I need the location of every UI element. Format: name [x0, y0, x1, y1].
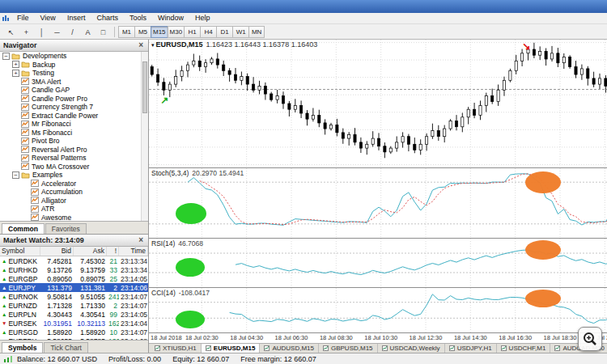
- market-watch-header: SymbolBidAsk!Time: [0, 247, 148, 256]
- tab-symbols[interactable]: Symbols: [2, 342, 43, 353]
- cci-plot[interactable]: CCI(14)-108.0417: [149, 288, 607, 332]
- zoom-icon[interactable]: [578, 327, 602, 351]
- menu-help[interactable]: Help: [189, 13, 216, 23]
- ask-value: 1.71330: [74, 302, 107, 310]
- rsi-panel[interactable]: RSI(14)46.7068 30.000070.000046.7068: [149, 238, 607, 287]
- vertical-line-tool-icon[interactable]: │: [35, 26, 49, 38]
- tree-item-accumulation[interactable]: Accumulation: [0, 188, 148, 197]
- left-panel-column: Navigator × −Developments+Backup+Testing…: [0, 40, 149, 353]
- menu-window[interactable]: Window: [152, 13, 189, 23]
- ask-value: 131.381: [74, 284, 107, 292]
- tree-item-candle-gap[interactable]: Candle GAP: [0, 86, 148, 95]
- tree-item-reversal-alert-pro[interactable]: Reversal Alert Pro: [0, 146, 148, 154]
- tree-item-mr-fibonacci[interactable]: Mr Fibonacci: [0, 120, 148, 129]
- rsi-plot[interactable]: RSI(14)46.7068: [149, 239, 607, 287]
- tab-favorites[interactable]: Favorites: [45, 223, 87, 234]
- tree-item-backup[interactable]: +Backup: [0, 61, 148, 70]
- spread-value: 2: [107, 284, 119, 292]
- chart-tab-usdchf-m1[interactable]: USDCHF,M1: [497, 344, 551, 353]
- navigator-scrollbar[interactable]: [141, 52, 148, 221]
- symbol-name: EURNZD: [8, 302, 36, 310]
- tree-item-ms-fibonacci[interactable]: Ms Fibonacci: [0, 129, 148, 138]
- tree-item-accelerator[interactable]: Accelerator: [0, 180, 148, 188]
- menu-view[interactable]: View: [35, 13, 62, 23]
- tree-item-alligator[interactable]: Alligator: [0, 197, 148, 205]
- tree-item-awesome[interactable]: Awesome: [0, 214, 148, 222]
- chart-tab-label: GBPUSD,M15: [331, 345, 373, 352]
- menu-file[interactable]: File: [11, 13, 35, 23]
- market-watch-row-eursek[interactable]: ▼EURSEK10.3195110.3211316223:14:04: [0, 319, 148, 328]
- timeframe-m30[interactable]: M30: [168, 26, 185, 38]
- market-watch-row-eurdkk[interactable]: ▲EURDKK7.452817.453022123:13:34: [0, 256, 148, 265]
- expand-icon[interactable]: +: [12, 61, 19, 68]
- column-header-spread: !: [107, 247, 119, 256]
- tree-item-extract-candle-power[interactable]: Extract Candle Power: [0, 112, 148, 121]
- tree-item-label: Currency Strength 7: [32, 103, 93, 112]
- ask-value: 7.45302: [74, 257, 107, 265]
- tab-tick-chart[interactable]: Tick Chart: [44, 342, 87, 353]
- menu-insert[interactable]: Insert: [62, 13, 91, 23]
- market-watch-row-eursgd[interactable]: ▲EURSGD1.589201.589201023:14:07: [0, 328, 148, 336]
- collapse-icon[interactable]: −: [2, 53, 10, 60]
- stochastic-values: 20.2970 15.4941: [192, 169, 244, 177]
- time-axis: 18 Jul 201818 Jul 02:3018 Jul 04:3018 Ju…: [149, 332, 607, 343]
- timeframe-h4[interactable]: H4: [200, 26, 216, 38]
- timeframe-mn[interactable]: MN: [248, 26, 265, 38]
- horizontal-line-tool-icon[interactable]: ─: [50, 26, 64, 38]
- trendline-tool-icon[interactable]: /: [66, 26, 79, 38]
- text-tool-icon[interactable]: A: [81, 26, 95, 38]
- main-chart-panel[interactable]: ▾EURUSD,M151.16423 1.16443 1.16378 1.164…: [149, 40, 607, 167]
- menu-bar: FileViewInsertChartsToolsWindowHelp: [0, 13, 607, 24]
- cci-panel[interactable]: CCI(14)-108.0417 -100.0000100.0000-108.0…: [149, 287, 607, 332]
- market-watch-row-eurnzd[interactable]: ▲EURNZD1.713281.71330223:14:07: [0, 301, 148, 310]
- timeframe-w1[interactable]: W1: [232, 26, 248, 38]
- tree-item-candle-power-pro[interactable]: Candle Power Pro: [0, 95, 148, 104]
- timeframe-m1[interactable]: M1: [118, 26, 134, 38]
- chart-tab-eurusd-m15[interactable]: EURUSD,M15: [202, 344, 261, 353]
- tree-item-pivot-bro[interactable]: Pivot Bro: [0, 137, 148, 146]
- timeframe-m5[interactable]: M5: [134, 26, 151, 38]
- tree-item-examples[interactable]: −Examples: [0, 171, 148, 180]
- navigator-tree: −Developments+Backup+Testing3MA AlertCan…: [0, 52, 148, 221]
- chart-tab-usdcad-weekly[interactable]: USDCAD,Weekly: [378, 344, 445, 353]
- main-chart-plot[interactable]: ▾EURUSD,M151.16423 1.16443 1.16378 1.164…: [149, 40, 607, 167]
- title-bar[interactable]: [0, 0, 607, 13]
- tree-item-testing[interactable]: +Testing: [0, 69, 148, 78]
- shapes-tool-icon[interactable]: □: [96, 26, 110, 38]
- tree-item-3ma-alert[interactable]: 3MA Alert: [0, 78, 148, 87]
- close-icon[interactable]: ×: [137, 236, 145, 244]
- crosshair-tool-icon[interactable]: +: [19, 26, 33, 38]
- market-watch-row-eurnok[interactable]: ▲EURNOK9.508149.5105524123:14:07: [0, 292, 148, 301]
- stochastic-panel[interactable]: Stoch(5,3,4)20.2970 15.4941 20.000080.00…: [149, 167, 607, 238]
- stochastic-plot[interactable]: Stoch(5,3,4)20.2970 15.4941: [149, 168, 607, 238]
- chart-tab-usdjpy-h1[interactable]: USDJPY,H1: [445, 344, 497, 353]
- collapse-icon[interactable]: −: [12, 171, 19, 179]
- market-watch-row-eurjpy[interactable]: ▲EURJPY131.379131.381223:14:06: [0, 283, 148, 292]
- close-icon[interactable]: ×: [137, 41, 145, 49]
- tree-item-label: Ms Fibonacci: [32, 129, 72, 138]
- market-watch-row-eurhkd[interactable]: ▲EURHKD9.137269.137593323:13:34: [0, 265, 148, 274]
- tree-item-two-ma-crossover[interactable]: Two MA Crossover: [0, 163, 148, 171]
- timeframe-m15[interactable]: M15: [151, 26, 168, 38]
- market-watch-row-eurpln[interactable]: ▲EURPLN4.304434.305419923:14:05: [0, 310, 148, 319]
- navigator-scrollbar-thumb[interactable]: [142, 61, 147, 113]
- expand-icon[interactable]: +: [12, 70, 19, 77]
- timeframe-h1[interactable]: H1: [184, 26, 200, 38]
- tree-item-currency-strength-7[interactable]: Currency Strength 7: [0, 103, 148, 112]
- tree-item-developments[interactable]: −Developments: [0, 52, 148, 61]
- chart-tab-xtiusd-h1[interactable]: XTIUSD,H1: [151, 344, 202, 353]
- tab-common[interactable]: Common: [2, 223, 45, 234]
- tree-item-label: Two MA Crossover: [32, 163, 89, 171]
- menu-charts[interactable]: Charts: [91, 13, 124, 23]
- indicator-icon: [21, 121, 29, 128]
- menu-tools[interactable]: Tools: [124, 13, 152, 23]
- cci-name: CCI(14): [151, 289, 176, 297]
- chart-dropdown-icon[interactable]: ▾: [151, 42, 155, 48]
- chart-tab-audusd-m15[interactable]: AUDUSD,M15: [260, 344, 319, 353]
- tree-item-atr[interactable]: ATR: [0, 205, 148, 214]
- cursor-tool-icon[interactable]: ↖: [4, 26, 18, 38]
- timeframe-d1[interactable]: D1: [216, 26, 232, 38]
- market-watch-row-eurgbp[interactable]: ▲EURGBP0.890500.890752523:14:05: [0, 274, 148, 283]
- tree-item-reversal-patterns[interactable]: Reversal Patterns: [0, 154, 148, 163]
- chart-tab-gbpusd-m15[interactable]: GBPUSD,M15: [319, 344, 378, 353]
